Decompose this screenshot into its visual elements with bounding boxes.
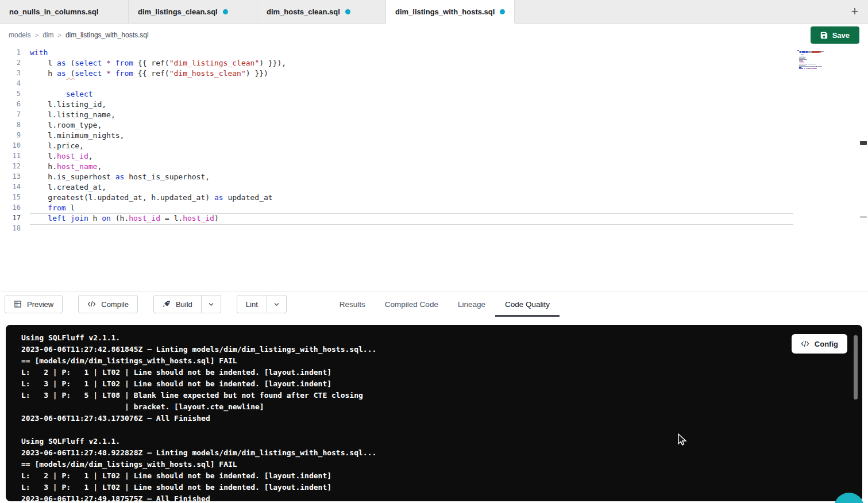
line-number: 13 — [0, 172, 21, 183]
view-tabs: ResultsCompiled CodeLineageCode Quality — [330, 291, 560, 317]
code-line[interactable] — [30, 224, 793, 235]
config-button[interactable]: Config — [792, 334, 847, 354]
config-label: Config — [815, 340, 838, 348]
build-button-group: Build — [153, 295, 221, 313]
editor-minimap[interactable] — [797, 50, 840, 71]
button-label: Compile — [101, 300, 129, 309]
lint-dropdown-button[interactable] — [267, 295, 287, 313]
editor-tab[interactable]: dim_listings_with_hosts.sql — [386, 0, 515, 23]
tab-results[interactable]: Results — [330, 291, 375, 317]
button-label: Preview — [27, 300, 53, 309]
code-token: , — [88, 152, 93, 160]
preview-button[interactable]: Preview — [5, 295, 63, 313]
line-number: 14 — [0, 183, 21, 193]
breadcrumb-item[interactable]: models — [9, 31, 31, 39]
code-line[interactable]: h.host_name, — [30, 162, 793, 172]
build-dropdown-button[interactable] — [202, 295, 221, 313]
code-editor[interactable]: 123456789101112131415161718 with l as (s… — [0, 47, 868, 291]
scroll-annotation-mark — [860, 216, 867, 218]
save-button[interactable]: Save — [811, 26, 859, 44]
minimap-line — [797, 59, 840, 60]
code-line[interactable]: l.price, — [30, 141, 793, 152]
code-token: as — [57, 59, 66, 67]
code-line[interactable]: l.listing_name, — [30, 110, 793, 121]
line-number: 7 — [0, 110, 21, 121]
code-token: (h. — [111, 214, 129, 222]
action-buttons: PreviewCompileBuildLint — [5, 291, 302, 317]
code-token — [30, 214, 48, 222]
line-number: 15 — [0, 193, 21, 203]
code-line[interactable]: l.room_type, — [30, 121, 793, 131]
code-token: {{ ref( — [133, 69, 169, 78]
unsaved-changes-dot — [223, 9, 228, 14]
code-line[interactable]: with — [30, 48, 793, 59]
mouse-cursor — [676, 433, 688, 447]
editor-tab-bar: no_nulls_in_columns.sqldim_listings_clea… — [0, 0, 868, 24]
code-token: h. — [30, 162, 57, 171]
code-line[interactable]: left join h on (h.host_id = l.host_id) — [30, 214, 793, 224]
breadcrumb-item[interactable]: dim_listings_with_hosts.sql — [65, 31, 149, 39]
tab-code-quality[interactable]: Code Quality — [495, 291, 560, 317]
button-label: Build — [176, 300, 192, 309]
code-line[interactable]: h as (select * from {{ ref("dim_hosts_cl… — [30, 69, 793, 79]
minimap-line — [797, 63, 840, 63]
code-line[interactable]: from l — [30, 203, 793, 214]
tab-lineage[interactable]: Lineage — [448, 291, 495, 317]
code-line[interactable]: l as (select * from {{ ref("dim_listings… — [30, 59, 793, 69]
save-icon — [820, 32, 828, 39]
editor-tab[interactable]: dim_hosts_clean.sql — [257, 0, 386, 23]
lint-button[interactable]: Lint — [237, 295, 267, 313]
code-line[interactable]: select — [30, 90, 793, 100]
code-token: h.is_superhost — [30, 172, 115, 181]
tab-label: dim_listings_with_hosts.sql — [395, 7, 495, 16]
code-token: ( — [66, 59, 75, 67]
new-tab-button[interactable]: + — [842, 0, 868, 23]
code-token: * — [106, 59, 111, 67]
lint-output-terminal[interactable]: Using SQLFluff v2.1.1. 2023-06-06T11:27:… — [6, 325, 862, 501]
breadcrumb-item[interactable]: dim — [43, 31, 53, 39]
editor-tab[interactable]: no_nulls_in_columns.sql — [0, 0, 129, 23]
compile-button[interactable]: Compile — [78, 295, 138, 313]
code-token: = l. — [160, 214, 183, 222]
minimap-line — [797, 66, 840, 67]
build-button[interactable]: Build — [153, 295, 202, 313]
code-token: l — [30, 59, 57, 67]
code-token: * — [106, 69, 111, 78]
code-line[interactable]: h.is_superhost as host_is_superhost, — [30, 172, 793, 183]
code-line[interactable] — [30, 79, 793, 90]
code-token: ) }}) — [246, 69, 268, 78]
tab-compiled-code[interactable]: Compiled Code — [375, 291, 448, 317]
code-token: greatest(l.updated_at, h.updated_at) — [30, 193, 214, 202]
code-line[interactable]: l.host_id, — [30, 152, 793, 162]
code-token: with — [30, 48, 48, 57]
code-token: host_id — [57, 152, 88, 160]
code-line[interactable]: l.created_at, — [30, 183, 793, 193]
lint-button-group: Lint — [237, 295, 287, 313]
code-token: ) — [214, 214, 219, 222]
minimap-line — [797, 68, 840, 69]
minimap-line — [797, 56, 840, 56]
code-token: l.created_at, — [30, 183, 106, 191]
code-line[interactable]: l.listing_id, — [30, 100, 793, 110]
code-token: h — [88, 214, 102, 222]
terminal-output: Using SQLFluff v2.1.1. 2023-06-06T11:27:… — [21, 332, 376, 501]
code-line[interactable]: greatest(l.updated_at, h.updated_at) as … — [30, 193, 793, 203]
unsaved-changes-dot — [345, 9, 350, 14]
line-number: 4 — [0, 79, 21, 90]
terminal-scrollbar-thumb[interactable] — [854, 335, 858, 400]
editor-scrollbar[interactable] — [859, 47, 867, 291]
code-token: l.minimum_nights, — [30, 131, 124, 140]
code-token: l.listing_id, — [30, 100, 106, 109]
code-token: as — [115, 172, 125, 181]
code-token: select — [75, 59, 102, 67]
code-token: ) }}), — [259, 59, 286, 67]
code-token: updated_at — [223, 193, 273, 202]
editor-gutter: 123456789101112131415161718 — [0, 48, 21, 235]
code-line[interactable]: l.minimum_nights, — [30, 131, 793, 141]
code-token — [30, 90, 66, 98]
code-token: host_id — [129, 214, 160, 222]
editor-code[interactable]: with l as (select * from {{ ref("dim_lis… — [30, 48, 793, 235]
code-token: from — [115, 59, 133, 67]
editor-tab[interactable]: dim_listings_clean.sql — [129, 0, 257, 23]
minimap-line — [797, 70, 840, 70]
